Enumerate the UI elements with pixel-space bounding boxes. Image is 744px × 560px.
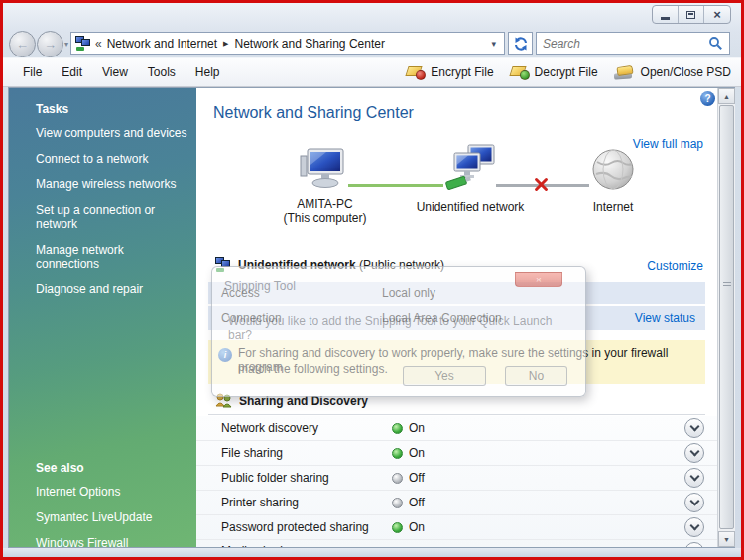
search-box xyxy=(536,32,730,55)
scroll-up-button[interactable]: ▲ xyxy=(718,88,735,104)
sharing-row-media-sharing-partial: Media sharing xyxy=(196,540,717,547)
chevrons-left-icon: « xyxy=(95,37,102,51)
close-icon: × xyxy=(536,275,542,285)
status-text: On xyxy=(409,421,425,435)
close-button[interactable]: × xyxy=(704,6,730,23)
search-icon[interactable] xyxy=(708,36,723,51)
open-close-psd-button[interactable]: Open/Close PSD xyxy=(614,64,731,80)
sharing-row-printer-sharing: Printer sharing Off xyxy=(196,491,717,515)
menu-file[interactable]: File xyxy=(13,65,52,79)
menu-view[interactable]: View xyxy=(92,65,138,79)
status-text: Off xyxy=(409,496,425,509)
breadcrumb-separator-icon: ▶ xyxy=(223,40,228,48)
chevron-down-icon xyxy=(689,496,699,505)
expand-file-sharing-button[interactable] xyxy=(684,443,704,463)
status-text: Off xyxy=(409,471,425,485)
search-input[interactable] xyxy=(543,37,708,51)
status-dot xyxy=(392,448,403,459)
minimize-button[interactable] xyxy=(653,6,679,23)
scroll-up-icon: ▲ xyxy=(723,93,730,100)
status-dot xyxy=(392,522,403,533)
close-icon: × xyxy=(713,8,721,21)
sidebar-item-manage-wireless[interactable]: Manage wireless networks xyxy=(9,171,196,197)
sidebar-item-symantec-liveupdate[interactable]: Symantec LiveUpdate xyxy=(9,504,196,530)
no-internet-x-icon xyxy=(533,176,550,193)
menu-bar: File Edit View Tools Help Encrypt File D… xyxy=(3,57,741,87)
status-dot xyxy=(392,423,403,434)
menu-tools[interactable]: Tools xyxy=(138,65,186,79)
forward-icon: → xyxy=(44,37,57,52)
refresh-icon xyxy=(513,36,529,52)
address-dropdown-icon[interactable]: ▾ xyxy=(487,39,500,49)
window-controls: × xyxy=(652,5,731,24)
sharing-row-network-discovery: Network discovery On xyxy=(196,416,717,441)
network-icon xyxy=(75,36,91,51)
chevron-down-icon xyxy=(689,446,699,456)
sharing-rows: Network discovery On File sharing On Pub… xyxy=(196,416,717,547)
chevron-down-icon xyxy=(689,520,699,530)
snipping-tool-ghost-dialog: Snipping Tool × Would you like to add th… xyxy=(211,266,586,397)
tasks-header: Tasks xyxy=(9,88,196,120)
vertical-scrollbar[interactable]: ▲ ▼ xyxy=(717,88,735,547)
decrypt-file-button[interactable]: Decrypt File xyxy=(510,64,598,80)
sidebar-item-view-computers[interactable]: View computers and devices xyxy=(9,120,196,146)
tasks-sidebar: Tasks View computers and devices Connect… xyxy=(9,88,196,547)
map-internet-label: Internet xyxy=(563,200,663,214)
ghost-dialog-message: Would you like to add the Snipping Tool … xyxy=(228,314,575,342)
page-title: Network and Sharing Center xyxy=(213,104,414,122)
map-computer-sub: (This computer) xyxy=(263,211,387,225)
see-also-header: See also xyxy=(9,447,196,479)
forward-button[interactable]: → xyxy=(37,31,63,57)
sidebar-item-internet-options[interactable]: Internet Options xyxy=(9,479,196,504)
menu-help[interactable]: Help xyxy=(186,65,230,79)
status-text: On xyxy=(409,520,425,534)
breadcrumb-item-network-sharing-center[interactable]: Network and Sharing Center xyxy=(234,37,384,51)
recent-pages-dropdown[interactable]: ▾ xyxy=(64,40,68,49)
sharing-row-file-sharing: File sharing On xyxy=(196,441,717,466)
address-bar[interactable]: « Network and Internet ▶ Network and Sha… xyxy=(70,32,505,55)
ghost-dialog-close-button[interactable]: × xyxy=(515,272,562,287)
expand-network-discovery-button[interactable] xyxy=(684,418,704,438)
expand-public-folder-sharing-button[interactable] xyxy=(684,468,704,488)
connection-line-ok xyxy=(348,184,443,187)
window-bottom-frame xyxy=(3,548,741,557)
view-full-map-link[interactable]: View full map xyxy=(633,137,703,151)
this-computer-icon[interactable] xyxy=(300,148,347,191)
customize-link[interactable]: Customize xyxy=(647,259,703,273)
breadcrumb-item-network-and-internet[interactable]: Network and Internet xyxy=(107,37,217,51)
screenshot-annotation-border: × ← → ▾ « Network and Internet ▶ Network… xyxy=(0,0,744,560)
status-dot xyxy=(392,498,403,508)
internet-globe-icon[interactable] xyxy=(591,148,635,191)
map-computer-name: AMITA-PC xyxy=(263,197,387,211)
sidebar-item-setup-connection[interactable]: Set up a connection or network xyxy=(9,197,196,237)
status-text: On xyxy=(409,446,425,460)
view-status-link[interactable]: View status xyxy=(635,311,695,325)
menu-edit[interactable]: Edit xyxy=(52,65,92,79)
sharing-row-public-folder-sharing: Public folder sharing Off xyxy=(196,466,717,491)
restore-button[interactable] xyxy=(679,6,704,23)
sidebar-item-connect-network[interactable]: Connect to a network xyxy=(9,146,196,171)
status-dot xyxy=(392,473,403,484)
sidebar-item-manage-connections[interactable]: Manage network connections xyxy=(9,237,196,277)
expand-media-sharing-button[interactable] xyxy=(684,542,704,547)
help-button[interactable]: ? xyxy=(700,91,715,106)
chevron-down-icon: ▾ xyxy=(64,40,68,49)
expand-printer-sharing-button[interactable] xyxy=(684,493,704,512)
scrollbar-grip-icon xyxy=(723,280,731,287)
encrypt-file-button[interactable]: Encrypt File xyxy=(406,64,493,80)
ghost-yes-button[interactable]: Yes xyxy=(403,366,486,386)
chevron-down-icon xyxy=(689,471,699,481)
scrollbar-thumb[interactable] xyxy=(719,105,734,529)
sidebar-item-diagnose-repair[interactable]: Diagnose and repair xyxy=(9,277,196,302)
divider xyxy=(208,414,705,415)
expand-password-protected-sharing-button[interactable] xyxy=(684,517,704,537)
chevron-down-icon xyxy=(689,545,699,547)
scroll-down-button[interactable]: ▼ xyxy=(718,531,735,547)
help-icon: ? xyxy=(704,93,710,104)
unidentified-network-icon[interactable] xyxy=(444,144,496,191)
refresh-button[interactable] xyxy=(508,32,533,55)
restore-icon xyxy=(686,11,695,19)
back-button[interactable]: ← xyxy=(9,31,36,57)
sharing-row-password-protected-sharing: Password protected sharing On xyxy=(196,515,717,540)
ghost-no-button[interactable]: No xyxy=(505,366,567,386)
